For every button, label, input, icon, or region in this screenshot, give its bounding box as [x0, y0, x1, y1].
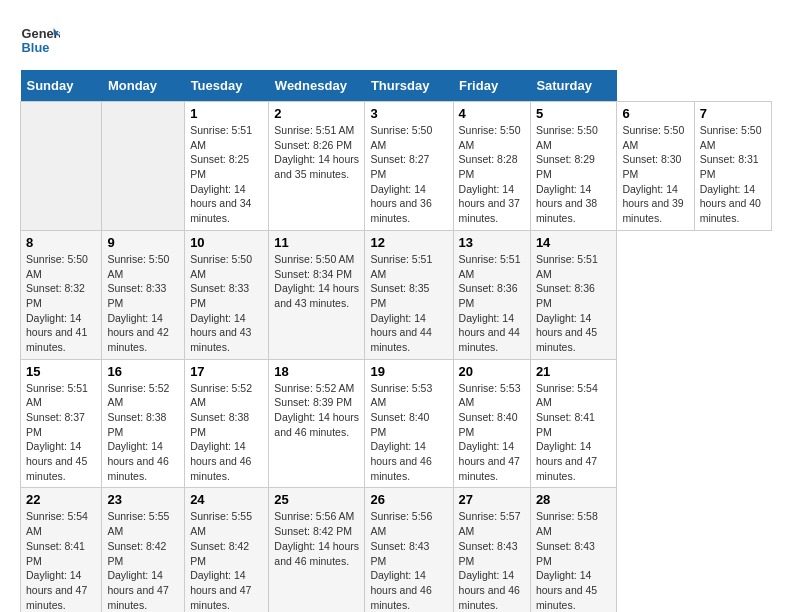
calendar-cell: 24Sunrise: 5:55 AMSunset: 8:42 PMDayligh… — [185, 488, 269, 612]
calendar-cell: 26Sunrise: 5:56 AMSunset: 8:43 PMDayligh… — [365, 488, 453, 612]
day-number: 19 — [370, 364, 447, 379]
day-number: 25 — [274, 492, 359, 507]
day-number: 1 — [190, 106, 263, 121]
day-info: Sunrise: 5:55 AMSunset: 8:42 PMDaylight:… — [107, 509, 179, 612]
day-info: Sunrise: 5:51 AMSunset: 8:37 PMDaylight:… — [26, 381, 96, 484]
day-info: Sunrise: 5:56 AMSunset: 8:43 PMDaylight:… — [370, 509, 447, 612]
calendar-cell: 8Sunrise: 5:50 AMSunset: 8:32 PMDaylight… — [21, 230, 102, 359]
calendar-cell: 22Sunrise: 5:54 AMSunset: 8:41 PMDayligh… — [21, 488, 102, 612]
day-number: 21 — [536, 364, 612, 379]
header-tuesday: Tuesday — [185, 70, 269, 102]
header-friday: Friday — [453, 70, 530, 102]
logo: General Blue — [20, 20, 60, 60]
day-info: Sunrise: 5:50 AMSunset: 8:31 PMDaylight:… — [700, 123, 766, 226]
day-number: 28 — [536, 492, 612, 507]
day-info: Sunrise: 5:52 AMSunset: 8:39 PMDaylight:… — [274, 381, 359, 440]
calendar-cell: 9Sunrise: 5:50 AMSunset: 8:33 PMDaylight… — [102, 230, 185, 359]
day-info: Sunrise: 5:55 AMSunset: 8:42 PMDaylight:… — [190, 509, 263, 612]
day-number: 9 — [107, 235, 179, 250]
day-info: Sunrise: 5:51 AMSunset: 8:35 PMDaylight:… — [370, 252, 447, 355]
day-info: Sunrise: 5:50 AMSunset: 8:33 PMDaylight:… — [190, 252, 263, 355]
header-wednesday: Wednesday — [269, 70, 365, 102]
calendar-cell: 19Sunrise: 5:53 AMSunset: 8:40 PMDayligh… — [365, 359, 453, 488]
calendar-cell: 17Sunrise: 5:52 AMSunset: 8:38 PMDayligh… — [185, 359, 269, 488]
day-info: Sunrise: 5:53 AMSunset: 8:40 PMDaylight:… — [370, 381, 447, 484]
calendar-cell — [102, 102, 185, 231]
header-monday: Monday — [102, 70, 185, 102]
day-info: Sunrise: 5:53 AMSunset: 8:40 PMDaylight:… — [459, 381, 525, 484]
day-info: Sunrise: 5:50 AMSunset: 8:27 PMDaylight:… — [370, 123, 447, 226]
day-info: Sunrise: 5:50 AMSunset: 8:30 PMDaylight:… — [622, 123, 688, 226]
calendar-cell: 16Sunrise: 5:52 AMSunset: 8:38 PMDayligh… — [102, 359, 185, 488]
calendar-cell: 20Sunrise: 5:53 AMSunset: 8:40 PMDayligh… — [453, 359, 530, 488]
day-info: Sunrise: 5:50 AMSunset: 8:32 PMDaylight:… — [26, 252, 96, 355]
week-row-3: 15Sunrise: 5:51 AMSunset: 8:37 PMDayligh… — [21, 359, 772, 488]
day-info: Sunrise: 5:52 AMSunset: 8:38 PMDaylight:… — [107, 381, 179, 484]
day-number: 16 — [107, 364, 179, 379]
day-number: 13 — [459, 235, 525, 250]
day-number: 14 — [536, 235, 612, 250]
day-info: Sunrise: 5:51 AMSunset: 8:25 PMDaylight:… — [190, 123, 263, 226]
header-thursday: Thursday — [365, 70, 453, 102]
calendar-cell: 14Sunrise: 5:51 AMSunset: 8:36 PMDayligh… — [530, 230, 617, 359]
calendar-cell: 5Sunrise: 5:50 AMSunset: 8:29 PMDaylight… — [530, 102, 617, 231]
calendar-cell: 21Sunrise: 5:54 AMSunset: 8:41 PMDayligh… — [530, 359, 617, 488]
day-info: Sunrise: 5:54 AMSunset: 8:41 PMDaylight:… — [536, 381, 612, 484]
day-info: Sunrise: 5:50 AMSunset: 8:34 PMDaylight:… — [274, 252, 359, 311]
day-info: Sunrise: 5:50 AMSunset: 8:29 PMDaylight:… — [536, 123, 612, 226]
day-number: 12 — [370, 235, 447, 250]
calendar-cell: 13Sunrise: 5:51 AMSunset: 8:36 PMDayligh… — [453, 230, 530, 359]
day-info: Sunrise: 5:52 AMSunset: 8:38 PMDaylight:… — [190, 381, 263, 484]
calendar-cell: 2Sunrise: 5:51 AMSunset: 8:26 PMDaylight… — [269, 102, 365, 231]
calendar-table: Sunday Monday Tuesday Wednesday Thursday… — [20, 70, 772, 612]
weekday-header-row: Sunday Monday Tuesday Wednesday Thursday… — [21, 70, 772, 102]
day-number: 8 — [26, 235, 96, 250]
day-number: 22 — [26, 492, 96, 507]
calendar-cell: 12Sunrise: 5:51 AMSunset: 8:35 PMDayligh… — [365, 230, 453, 359]
day-info: Sunrise: 5:57 AMSunset: 8:43 PMDaylight:… — [459, 509, 525, 612]
day-number: 7 — [700, 106, 766, 121]
day-number: 24 — [190, 492, 263, 507]
calendar-cell: 10Sunrise: 5:50 AMSunset: 8:33 PMDayligh… — [185, 230, 269, 359]
calendar-cell: 18Sunrise: 5:52 AMSunset: 8:39 PMDayligh… — [269, 359, 365, 488]
week-row-2: 8Sunrise: 5:50 AMSunset: 8:32 PMDaylight… — [21, 230, 772, 359]
calendar-cell: 4Sunrise: 5:50 AMSunset: 8:28 PMDaylight… — [453, 102, 530, 231]
week-row-1: 1Sunrise: 5:51 AMSunset: 8:25 PMDaylight… — [21, 102, 772, 231]
day-number: 23 — [107, 492, 179, 507]
day-number: 5 — [536, 106, 612, 121]
calendar-cell: 25Sunrise: 5:56 AMSunset: 8:42 PMDayligh… — [269, 488, 365, 612]
calendar-cell: 23Sunrise: 5:55 AMSunset: 8:42 PMDayligh… — [102, 488, 185, 612]
calendar-cell: 3Sunrise: 5:50 AMSunset: 8:27 PMDaylight… — [365, 102, 453, 231]
day-number: 4 — [459, 106, 525, 121]
header: General Blue — [20, 20, 772, 60]
calendar-cell: 6Sunrise: 5:50 AMSunset: 8:30 PMDaylight… — [617, 102, 694, 231]
day-number: 3 — [370, 106, 447, 121]
calendar-cell: 27Sunrise: 5:57 AMSunset: 8:43 PMDayligh… — [453, 488, 530, 612]
day-info: Sunrise: 5:50 AMSunset: 8:33 PMDaylight:… — [107, 252, 179, 355]
week-row-4: 22Sunrise: 5:54 AMSunset: 8:41 PMDayligh… — [21, 488, 772, 612]
day-number: 17 — [190, 364, 263, 379]
day-number: 18 — [274, 364, 359, 379]
day-info: Sunrise: 5:56 AMSunset: 8:42 PMDaylight:… — [274, 509, 359, 568]
day-number: 2 — [274, 106, 359, 121]
day-info: Sunrise: 5:51 AMSunset: 8:36 PMDaylight:… — [459, 252, 525, 355]
day-info: Sunrise: 5:51 AMSunset: 8:36 PMDaylight:… — [536, 252, 612, 355]
day-info: Sunrise: 5:58 AMSunset: 8:43 PMDaylight:… — [536, 509, 612, 612]
calendar-cell: 28Sunrise: 5:58 AMSunset: 8:43 PMDayligh… — [530, 488, 617, 612]
day-info: Sunrise: 5:50 AMSunset: 8:28 PMDaylight:… — [459, 123, 525, 226]
day-info: Sunrise: 5:51 AMSunset: 8:26 PMDaylight:… — [274, 123, 359, 182]
header-saturday: Saturday — [530, 70, 617, 102]
day-number: 6 — [622, 106, 688, 121]
calendar-cell — [21, 102, 102, 231]
calendar-cell: 1Sunrise: 5:51 AMSunset: 8:25 PMDaylight… — [185, 102, 269, 231]
svg-text:Blue: Blue — [22, 40, 50, 55]
day-info: Sunrise: 5:54 AMSunset: 8:41 PMDaylight:… — [26, 509, 96, 612]
day-number: 20 — [459, 364, 525, 379]
day-number: 11 — [274, 235, 359, 250]
day-number: 15 — [26, 364, 96, 379]
calendar-cell: 15Sunrise: 5:51 AMSunset: 8:37 PMDayligh… — [21, 359, 102, 488]
header-sunday: Sunday — [21, 70, 102, 102]
calendar-cell: 11Sunrise: 5:50 AMSunset: 8:34 PMDayligh… — [269, 230, 365, 359]
day-number: 27 — [459, 492, 525, 507]
day-number: 26 — [370, 492, 447, 507]
